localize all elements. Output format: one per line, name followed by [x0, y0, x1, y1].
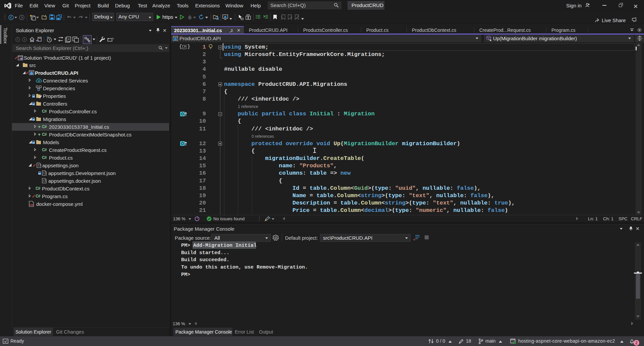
svg-text:{}: {}	[43, 179, 46, 182]
svg-text:{}: {}	[38, 164, 41, 167]
svg-text:YML: YML	[30, 204, 34, 206]
svg-text:{}: {}	[43, 172, 46, 175]
